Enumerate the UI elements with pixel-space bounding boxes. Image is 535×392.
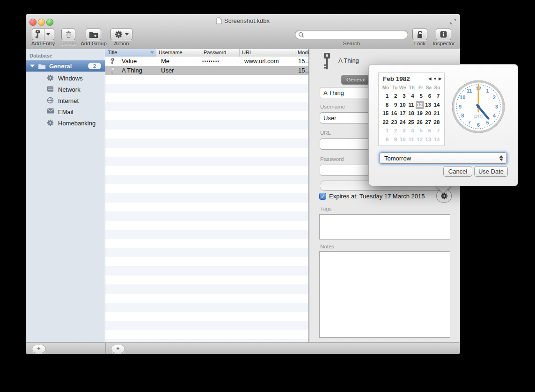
weekday-label: Tu (390, 85, 398, 90)
server-icon (47, 86, 54, 93)
calendar-day[interactable]: 9 (390, 101, 398, 109)
calendar-day[interactable]: 10 (398, 136, 407, 144)
calendar-day[interactable]: 2 (390, 127, 398, 135)
calendar-day[interactable]: 11 (407, 136, 416, 144)
calendar-day[interactable]: 12 (416, 136, 424, 144)
calendar-day[interactable]: 24 (398, 118, 407, 126)
calendar-day-selected[interactable]: 12 (416, 101, 424, 109)
calendar-day[interactable]: 20 (424, 109, 432, 117)
calendar-day[interactable]: 17 (398, 109, 407, 117)
tags-textarea[interactable] (319, 214, 450, 240)
expires-label: Expires at: Tuesday 17 March 2015 (329, 193, 425, 200)
calendar-day[interactable]: 13 (424, 136, 432, 144)
entry-row-a-thing[interactable]: A ThingUser15… (105, 66, 308, 75)
calendar-day[interactable]: 8 (381, 101, 390, 109)
folder-plus-icon (89, 31, 98, 38)
tab-general[interactable]: General (342, 75, 370, 84)
inspector-label: Inspector (427, 41, 460, 47)
calendar-day[interactable]: 13 (424, 101, 432, 109)
calendar-day[interactable]: 1 (381, 92, 390, 100)
calendar-day[interactable]: 6 (424, 127, 432, 135)
calendar-day[interactable]: 9 (390, 136, 398, 144)
calendar-day[interactable]: 27 (424, 118, 432, 126)
search-input[interactable] (306, 31, 408, 38)
sidebar-item-email[interactable]: EMail (26, 106, 105, 117)
notes-label: Notes (320, 244, 334, 249)
calendar-day[interactable]: 7 (432, 127, 441, 135)
entry-list-body[interactable]: ValueMe••••••••www.url.com15…A ThingUser… (105, 57, 308, 342)
lock-button[interactable] (412, 29, 427, 40)
calendar-day[interactable]: 3 (398, 127, 407, 135)
clock-period-label: pm (474, 112, 483, 119)
calendar-day[interactable]: 14 (432, 136, 441, 144)
calendar-day[interactable]: 3 (398, 92, 407, 100)
add-entry-button[interactable] (32, 29, 54, 40)
calendar-day[interactable]: 8 (381, 136, 390, 144)
key-icon (110, 58, 115, 66)
prev-month-icon[interactable]: ◀ (428, 76, 432, 81)
calendar-day[interactable]: 25 (407, 118, 416, 126)
expiry-preset-select[interactable]: Tomorrow (380, 152, 507, 164)
calendar-day[interactable]: 6 (424, 92, 432, 100)
calendar-day[interactable]: 21 (432, 109, 441, 117)
column-header-username[interactable]: Username (156, 49, 201, 57)
add-entry-plus-button[interactable]: + (111, 345, 125, 353)
calendar-day[interactable]: 16 (390, 109, 398, 117)
sidebar-item-network[interactable]: Network (26, 84, 105, 95)
calendar-day[interactable]: 28 (432, 118, 441, 126)
calendar-day[interactable]: 10 (398, 101, 407, 109)
add-group-button[interactable] (86, 29, 101, 40)
disclosure-triangle-icon[interactable] (30, 65, 35, 67)
cancel-button[interactable]: Cancel (443, 166, 472, 177)
calendar-day[interactable]: 4 (407, 92, 416, 100)
inspector-button[interactable] (436, 29, 451, 40)
fullscreen-icon[interactable] (450, 18, 456, 25)
calendar-week-row: 1234567 (381, 127, 441, 136)
column-header-title[interactable]: Title (105, 49, 156, 57)
calendar-day[interactable]: 14 (432, 101, 441, 109)
add-group-plus-button[interactable]: + (32, 345, 46, 353)
calendar-day[interactable]: 26 (416, 118, 424, 126)
calendar-day[interactable]: 5 (416, 92, 424, 100)
sidebar-item-homebanking[interactable]: Homebanking (26, 117, 105, 129)
column-header-modi[interactable]: Modi… (295, 49, 308, 57)
expires-checkbox[interactable]: ✓ (319, 193, 326, 200)
calendar: Feb 1982 ◀ ● ▶ MoTuWeThFrSaSu 1234567891… (378, 73, 445, 146)
calendar-day[interactable]: 2 (390, 92, 398, 100)
column-header-password[interactable]: Password (201, 49, 240, 57)
calendar-day[interactable]: 22 (381, 118, 390, 126)
calendar-day[interactable]: 7 (432, 92, 441, 100)
weekday-label: Fr (416, 85, 424, 90)
sidebar-item-internet[interactable]: Internet (26, 95, 105, 106)
next-month-icon[interactable]: ▶ (439, 76, 442, 81)
notes-textarea[interactable] (319, 251, 450, 338)
svg-text:5: 5 (486, 120, 489, 125)
today-dot-icon[interactable]: ● (434, 76, 436, 81)
calendar-day[interactable]: 5 (416, 127, 424, 135)
calendar-day[interactable]: 1 (381, 127, 390, 135)
calendar-weekday-row: MoTuWeThFrSaSu (381, 85, 441, 90)
action-button[interactable] (110, 29, 132, 40)
calendar-week-row: 891011121314 (381, 101, 441, 110)
calendar-grid: 1234567891011121314151617181920212223242… (381, 92, 441, 145)
calendar-nav: ◀ ● ▶ (428, 76, 442, 81)
delete-button[interactable] (61, 29, 75, 40)
calendar-day[interactable]: 23 (390, 118, 398, 126)
calendar-day[interactable]: 4 (407, 127, 416, 135)
sidebar-group-general[interactable]: General 2 (26, 60, 105, 72)
folder-icon (38, 63, 46, 69)
sidebar-item-windows[interactable]: Windows (26, 73, 105, 84)
search-field[interactable] (295, 30, 408, 39)
entry-row-value[interactable]: ValueMe••••••••www.url.com15… (105, 57, 308, 66)
popover-arrow (435, 186, 451, 193)
sidebar-item-label: Windows (58, 75, 83, 82)
calendar-day[interactable]: 18 (407, 109, 416, 117)
use-date-button[interactable]: Use Date (474, 166, 508, 177)
calendar-day[interactable]: 15 (381, 109, 390, 117)
sidebar-item-label: EMail (58, 109, 73, 116)
column-header-url[interactable]: URL (240, 49, 295, 57)
calendar-day[interactable]: 19 (416, 109, 424, 117)
cell-title: A Thing (122, 66, 142, 75)
calendar-week-row: 15161718192021 (381, 109, 441, 118)
calendar-day[interactable]: 11 (407, 101, 416, 109)
